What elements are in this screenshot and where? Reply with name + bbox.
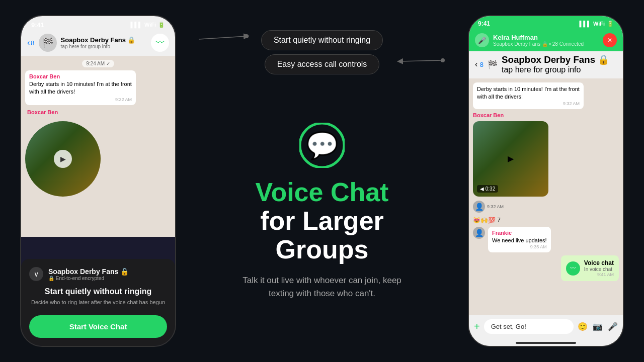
vc-title: Voice chat [584,259,614,266]
sheet-encrypted: 🔒 End-to-end encrypted [48,276,129,281]
audio-mic-icon[interactable]: 🎤 [608,322,618,331]
play-button-left[interactable]: ▶ [54,150,72,168]
voice-call-button-left[interactable]: 〰 [151,34,169,52]
center-panel: Start quietly without ringing Easy acces… [176,10,468,352]
left-chat-area: 9:24 AM ✓ Boxcar Ben Derby starts in 10 … [21,56,175,237]
right-msg1-time: 9:32 AM [477,101,580,106]
left-status-bar: 9:41 ▌▌▌ WiFi 🔋 [21,16,175,31]
signal-icon: ▌▌▌ [130,22,142,28]
home-indicator-right [469,338,623,347]
svg-text:💬: 💬 [306,130,339,161]
battery-icon: 🔋 [158,22,165,28]
wifi-icon: WiFi [144,22,156,28]
scene: 9:41 ▌▌▌ WiFi 🔋 ‹ 8 🏁 Soapbox Derby Fans… [0,0,644,362]
video-thumbnail-left[interactable]: ▶ [25,121,101,197]
group-info-right[interactable]: Soapbox Derby Fans 🔒 tap here for group … [502,54,609,74]
voice-chat-text-box: Voice chat In voice chat 9:41 AM [584,259,614,277]
voice-chat-line: Voice Chat [256,177,389,207]
left-chat-header: ‹ 8 🏁 Soapbox Derby Fans 🔒 tap here for … [21,31,175,56]
waveform-icon-right: 〰 [570,265,576,272]
vc-sub: In voice chat [584,266,614,272]
frankie-avatar: 👤 [473,227,485,239]
right-phone: 9:41 ▌▌▌ WiFi 🔋 🎤 Keira Huffman Soapbox … [468,15,624,347]
msg2-sender-right: Boxcar Ben [473,112,619,118]
home-bar [516,342,576,344]
right-status-bar: 9:41 ▌▌▌ WiFi 🔋 [469,16,623,29]
avatar-small: 👤 [473,201,485,213]
mute-mic-button[interactable]: 🎤 [475,33,489,47]
frankie-msg-row: 👤 Frankie We need live updates! 9:35 AM [473,227,619,252]
group-sub-right: tap here for group info [502,65,609,74]
msg1-sender-left: Boxcar Ben [29,73,132,79]
voice-chat-message: 〰 Voice chat In voice chat 9:41 AM [561,255,619,281]
frankie-text: We need live updates! [492,237,547,244]
right-msg-1: Derby starts in 10 minutes! I'm at the f… [473,82,584,109]
callout-container: Start quietly without ringing Easy acces… [176,30,468,74]
end-call-button[interactable]: ✕ [603,33,617,47]
group-name-left: Soapbox Derby Fans 🔒 [61,36,136,44]
add-attachment-button[interactable]: + [474,321,480,332]
main-title: Voice Chat for Larger Groups [256,178,389,264]
msg1-time-left: 9:32 AM [29,97,132,102]
collapse-button[interactable]: ∨ [29,267,43,281]
play-icon-left: ▶ [60,155,66,163]
callout-bottom: Easy access call controls [265,54,380,74]
msg2-sender-left: Boxcar Ben [25,108,171,116]
group-avatar-left: 🏁 [39,34,57,52]
call-info: Keira Huffman Soapbox Derby Fans 🔒 • 28 … [493,34,599,47]
sheet-group-name: Soapbox Derby Fans 🔒 [48,267,129,276]
right-msg1-text: Derby starts in 10 minutes! I'm at the f… [477,85,580,101]
whatsapp-logo: 💬 [299,123,345,170]
left-msg-1: Boxcar Ben Derby starts in 10 minutes! I… [25,70,136,105]
voice-chat-msg-icon: 〰 [566,261,580,276]
play-button-right[interactable]: ▶ [508,154,514,163]
group-name-right: Soapbox Derby Fans 🔒 [502,54,609,65]
group-avatar-right: 🏁 [488,60,498,69]
callout-top: Start quietly without ringing [261,30,383,50]
start-voice-chat-button[interactable]: Start Voice Chat [29,315,167,338]
frankie-msg: Frankie We need live updates! 9:35 AM [488,227,551,252]
reactions: 😻🙌💯 7 [473,217,619,224]
right-chat-header: ‹ 8 🏁 Soapbox Derby Fans 🔒 tap here for … [469,51,623,78]
play-icon-right: ▶ [508,154,514,163]
input-bar-right: + Get set, Go! 🙂 📷 🎤 [469,315,623,338]
end-call-icon: ✕ [607,37,612,44]
frankie-time: 9:35 AM [492,244,547,249]
wifi-right: WiFi [593,21,605,27]
video-duration: ◀ 0:32 [477,185,498,193]
call-sub: Soapbox Derby Fans 🔒 • 28 Connected [493,41,599,47]
chevron-down-icon: ∨ [34,270,39,278]
call-name: Keira Huffman [493,34,599,41]
video-thumbnail-right[interactable]: ▶ ◀ 0:32 [473,121,548,197]
group-info-left[interactable]: Soapbox Derby Fans 🔒 tap here for group … [61,36,136,49]
signal-right: ▌▌▌ [579,21,591,27]
right-time: 9:41 [478,20,490,27]
left-time: 9:41 [31,21,44,29]
subtitle: Talk it out live with whoever can join, … [231,274,413,300]
time-stamp-left: 9:24 AM ✓ [82,60,114,67]
camera-icon[interactable]: 📷 [593,322,603,331]
mic-icon-call: 🎤 [478,37,486,44]
vc-time: 9:41 AM [584,272,614,277]
voice-chat-sheet: ∨ Soapbox Derby Fans 🔒 🔒 End-to-end encr… [21,259,175,346]
sheet-header: ∨ Soapbox Derby Fans 🔒 🔒 End-to-end encr… [29,267,167,281]
back-arrow: ‹ [27,38,30,47]
group-sub-left: tap here for group info [61,44,136,49]
frankie-sender: Frankie [492,230,547,236]
input-icons: 🙂 📷 🎤 [578,322,618,331]
waveform-icon: 〰 [155,38,165,48]
battery-right: 🔋 [607,21,614,27]
message-input-right[interactable]: Get set, Go! [484,319,574,334]
msg1-text-left: Derby starts in 10 minutes! I'm at the f… [29,80,132,96]
voice-call-bar: 🎤 Keira Huffman Soapbox Derby Fans 🔒 • 2… [469,29,623,51]
reaction-row: 👤 9:32 AM [473,200,619,214]
right-status-icons: ▌▌▌ WiFi 🔋 [579,21,614,27]
sheet-desc: Decide who to ring later after the voice… [29,299,167,305]
right-chat-area: Derby starts in 10 minutes! I'm at the f… [469,78,623,315]
sheet-title: Start quietly without ringing [29,287,167,296]
back-button[interactable]: ‹ 8 [27,38,35,47]
back-button-right[interactable]: ‹ 8 [475,60,484,69]
reaction-time: 9:32 AM [487,204,504,209]
sticker-icon[interactable]: 🙂 [578,322,588,331]
left-phone: 9:41 ▌▌▌ WiFi 🔋 ‹ 8 🏁 Soapbox Derby Fans… [20,15,176,347]
